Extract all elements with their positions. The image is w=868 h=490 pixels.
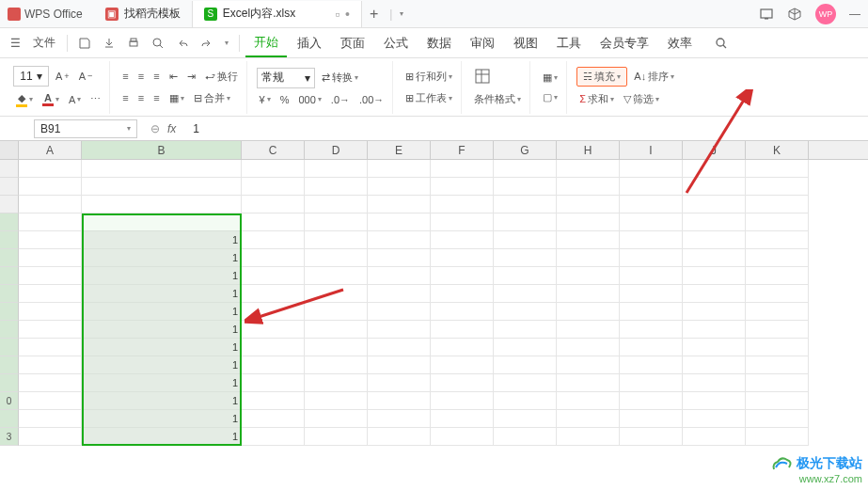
cell[interactable]: 1 xyxy=(82,374,242,392)
cell[interactable] xyxy=(746,374,809,392)
increase-font-icon[interactable]: A+ xyxy=(53,69,72,84)
cell[interactable] xyxy=(557,392,620,410)
undo-icon[interactable] xyxy=(171,33,194,54)
row-header[interactable] xyxy=(0,321,19,339)
row-header[interactable] xyxy=(0,213,19,231)
cell[interactable] xyxy=(242,303,305,321)
row-header[interactable] xyxy=(0,356,19,374)
worksheet-button[interactable]: ⊞ 工作表▾ xyxy=(402,89,455,107)
font-more-icon[interactable]: A▾ xyxy=(66,92,84,107)
tab-menu-icon[interactable]: ▫ xyxy=(335,7,339,22)
cell[interactable] xyxy=(19,285,82,303)
cell[interactable] xyxy=(368,303,431,321)
cell[interactable] xyxy=(242,160,305,178)
cell[interactable] xyxy=(620,249,683,267)
decimal-inc-icon[interactable]: .0→ xyxy=(328,92,353,107)
col-header-b[interactable]: B xyxy=(82,141,242,159)
cell[interactable] xyxy=(494,249,557,267)
cell[interactable] xyxy=(620,303,683,321)
select-all-corner[interactable] xyxy=(0,141,19,159)
cell[interactable] xyxy=(19,196,82,213)
cell[interactable] xyxy=(368,267,431,285)
file-menu[interactable]: 文件 xyxy=(27,31,61,55)
cell[interactable] xyxy=(620,178,683,196)
cell[interactable] xyxy=(494,374,557,392)
cell[interactable] xyxy=(368,356,431,374)
more-icon[interactable]: ⋯ xyxy=(87,91,103,107)
row-header[interactable] xyxy=(0,374,19,392)
font-size-input[interactable]: 11▾ xyxy=(13,66,49,87)
export-icon[interactable] xyxy=(98,33,120,54)
cell[interactable] xyxy=(557,339,620,356)
cell[interactable] xyxy=(431,231,494,249)
cell[interactable] xyxy=(431,356,494,374)
cell[interactable]: 1 xyxy=(82,392,242,410)
cell[interactable] xyxy=(431,178,494,196)
cell[interactable]: 1 xyxy=(82,428,242,446)
cell[interactable] xyxy=(494,392,557,410)
cell[interactable] xyxy=(19,249,82,267)
cell[interactable] xyxy=(19,160,82,178)
save-icon[interactable] xyxy=(73,33,96,54)
comma-icon[interactable]: 000▾ xyxy=(295,92,324,107)
cell[interactable] xyxy=(683,374,746,392)
decrease-font-icon[interactable]: A− xyxy=(76,69,96,84)
cell[interactable] xyxy=(305,356,368,374)
cell[interactable] xyxy=(19,374,82,392)
cell[interactable] xyxy=(620,213,683,231)
cell[interactable] xyxy=(683,196,746,213)
tab-page[interactable]: 页面 xyxy=(332,30,373,56)
cell[interactable] xyxy=(494,356,557,374)
fx-icon[interactable]: fx xyxy=(167,122,176,135)
decimal-dec-icon[interactable]: .00→ xyxy=(356,92,387,107)
cell[interactable] xyxy=(305,428,368,446)
cell[interactable]: 1 xyxy=(82,267,242,285)
col-header-d[interactable]: D xyxy=(305,141,368,159)
cell[interactable] xyxy=(494,267,557,285)
cell[interactable] xyxy=(431,428,494,446)
cell[interactable] xyxy=(242,410,305,428)
cell[interactable] xyxy=(620,196,683,213)
cell[interactable] xyxy=(620,321,683,339)
cell[interactable] xyxy=(494,231,557,249)
tab-view[interactable]: 视图 xyxy=(505,30,546,56)
cell[interactable] xyxy=(683,428,746,446)
cell[interactable] xyxy=(242,249,305,267)
cell[interactable]: 1 xyxy=(82,231,242,249)
cell[interactable] xyxy=(557,160,620,178)
filter-button[interactable]: ▽ 筛选▾ xyxy=(621,90,662,108)
indent-increase-icon[interactable]: ⇥ xyxy=(184,69,198,85)
cell[interactable] xyxy=(82,160,242,178)
cell[interactable] xyxy=(557,231,620,249)
cell[interactable] xyxy=(557,213,620,231)
cell[interactable] xyxy=(494,285,557,303)
cell[interactable] xyxy=(431,410,494,428)
tab-start[interactable]: 开始 xyxy=(245,29,287,57)
cell[interactable] xyxy=(620,428,683,446)
cell[interactable] xyxy=(557,374,620,392)
cell[interactable] xyxy=(746,321,809,339)
cond-format-button[interactable]: 条件格式▾ xyxy=(471,90,524,108)
number-format-select[interactable]: 常规▾ xyxy=(257,68,315,88)
cell[interactable] xyxy=(746,410,809,428)
wrap-text-button[interactable]: ⮐ 换行 xyxy=(202,68,241,86)
cell[interactable] xyxy=(683,392,746,410)
cell[interactable] xyxy=(746,213,809,231)
align-bottom-icon[interactable]: ≡ xyxy=(150,69,162,84)
cell[interactable] xyxy=(19,356,82,374)
cell[interactable] xyxy=(431,213,494,231)
merge-button[interactable]: ⊟ 合并▾ xyxy=(191,89,233,107)
cell[interactable] xyxy=(368,285,431,303)
tab-data[interactable]: 数据 xyxy=(418,30,460,56)
cancel-formula-icon[interactable]: ⊖ xyxy=(150,122,160,135)
cell[interactable] xyxy=(620,285,683,303)
cell[interactable] xyxy=(746,339,809,356)
cell[interactable]: 1 xyxy=(82,410,242,428)
doc-tab-excel[interactable]: S Excel内容.xlsx ▫ • xyxy=(193,1,362,27)
cell[interactable] xyxy=(305,178,368,196)
cell[interactable] xyxy=(305,231,368,249)
col-header-e[interactable]: E xyxy=(368,141,431,159)
cell[interactable] xyxy=(242,392,305,410)
cell[interactable] xyxy=(305,303,368,321)
cell[interactable] xyxy=(494,160,557,178)
